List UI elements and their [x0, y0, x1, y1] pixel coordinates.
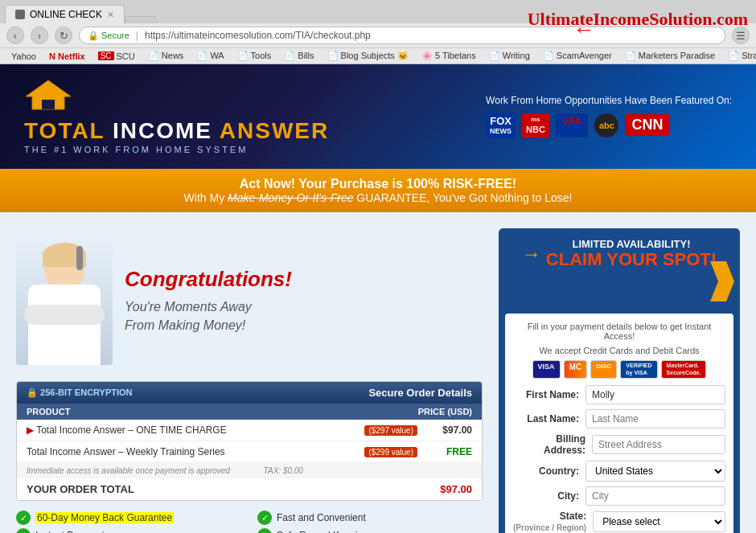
- product-name-2: Total Income Answer – Weekly Training Se…: [27, 446, 358, 457]
- url-text: https://ultimateincomesolution.com/TIA/c…: [145, 30, 717, 41]
- guarantee-bar: Act Now! Your Purchase is 100% RISK-FREE…: [0, 169, 756, 212]
- mcsc-icon: MasterCard.SecureCode.: [661, 360, 707, 379]
- order-row-2: Total Income Answer – Weekly Training Se…: [17, 441, 482, 463]
- accept-text: We accept Credit Cards and Debit Cards: [513, 346, 725, 355]
- bookmark-scu[interactable]: SC SCU: [93, 51, 140, 62]
- state-label: State: (Province / Region): [513, 510, 593, 533]
- mastercard-icon: MC: [564, 360, 588, 379]
- price-2: FREE: [424, 446, 472, 457]
- media-logos: FOXNEWS msNBC USATODAY abc CNN: [486, 113, 732, 138]
- svg-marker-2: [710, 261, 734, 301]
- order-row-1: ▶ Total Income Answer – ONE TIME CHARGE …: [17, 420, 482, 441]
- order-total-row: YOUR ORDER TOTAL $97.00: [17, 478, 482, 500]
- main-content: Congratulations! You're Moments Away Fro…: [0, 212, 756, 533]
- city-row: City:: [513, 486, 725, 506]
- bookmark-scam[interactable]: 📄 ScamAvenger: [538, 50, 617, 62]
- feature-item-1: ✓ Fast and Convenient: [257, 510, 483, 525]
- billing-row: Billing Address:: [513, 433, 725, 456]
- features-grid: ✓ 60-Day Money Back Guarantee ✓ Fast and…: [16, 510, 483, 533]
- state-row: State: (Province / Region) Please select: [513, 510, 725, 533]
- bookmark-wa[interactable]: 📄 WA: [191, 50, 228, 62]
- feature-label-3: Safe Record Keeping: [277, 530, 368, 533]
- col-price: PRICE (USD): [418, 407, 472, 416]
- site-watermark: UltimateIncomeSolution.com: [528, 9, 748, 30]
- bookmark-bills[interactable]: 📄 Bills: [279, 50, 318, 62]
- bookmark-marketers[interactable]: 📄 Marketers Paradise: [620, 50, 720, 62]
- fox-news-logo: FOXNEWS: [486, 113, 516, 138]
- back-button[interactable]: ‹: [6, 27, 24, 44]
- feature-item-0: ✓ 60-Day Money Back Guarantee: [16, 510, 241, 525]
- order-table: 🔒 256-BIT ENCRYPTION Secure Order Detail…: [16, 381, 483, 501]
- congrats-text: Congratulations! You're Moments Away Fro…: [113, 267, 483, 334]
- approval-note: Immediate access is available once payme…: [17, 463, 482, 478]
- header-banner: TOTAL INCOME ANSWER THE #1 WORK FROM HOM…: [0, 64, 756, 169]
- right-section: → LIMITED AVAILABILITY! CLAIM YOUR SPOT!…: [499, 228, 740, 533]
- forward-button[interactable]: ›: [31, 27, 48, 44]
- feature-item-2: ✓ Instant Processing: [16, 528, 241, 533]
- feature-label-1: Fast and Convenient: [277, 512, 366, 523]
- tab-title: ONLINE CHECK: [30, 9, 102, 20]
- col-product: PRODUCT: [27, 407, 70, 416]
- limited-banner: → LIMITED AVAILABILITY! CLAIM YOUR SPOT!: [499, 228, 740, 314]
- visa-icon: VISA: [532, 360, 561, 379]
- refresh-button[interactable]: ↻: [55, 27, 72, 44]
- guarantee-prefix: With My: [184, 191, 228, 204]
- new-tab[interactable]: [125, 16, 157, 23]
- featured-area: Work From Home Opportunities Have Been F…: [486, 95, 732, 138]
- bookmark-netflix[interactable]: N Netflix: [44, 51, 90, 62]
- congrats-area: Congratulations! You're Moments Away Fro…: [16, 228, 483, 381]
- feature-label-2: Instant Processing: [35, 530, 115, 533]
- congrats-headline: Congratulations!: [125, 267, 483, 292]
- svg-rect-1: [42, 100, 55, 109]
- bookmarks-bar: Yahoo N Netflix SC SCU 📄 60-Day Money Ba…: [0, 47, 756, 64]
- state-sublabel: (Province / Region): [513, 523, 586, 532]
- bookmark-yahoo[interactable]: Yahoo: [6, 51, 41, 62]
- congrats-sub: You're Moments Away From Making Money!: [125, 298, 483, 334]
- product-name-1: ▶ Total Income Answer – ONE TIME CHARGE: [27, 424, 358, 436]
- city-input[interactable]: [585, 486, 725, 506]
- guarantee-line1: Act Now! Your Purchase is 100% RISK-FREE…: [16, 177, 740, 191]
- city-label: City:: [513, 490, 585, 502]
- value-badge-2: ($299 value): [364, 447, 417, 457]
- tab-close-icon[interactable]: ✕: [107, 10, 114, 20]
- secure-badge: 🔒 Secure: [88, 31, 129, 41]
- bookmark-strategy[interactable]: 📄 Strategy: [723, 50, 756, 62]
- left-section: Congratulations! You're Moments Away Fro…: [16, 228, 483, 533]
- tab-favicon: [15, 10, 25, 19]
- billing-input[interactable]: [592, 435, 725, 454]
- active-tab[interactable]: ONLINE CHECK ✕: [5, 5, 125, 23]
- usa-today-logo: USATODAY: [556, 113, 589, 137]
- last-name-input[interactable]: [585, 409, 725, 428]
- logo-main-text: TOTAL INCOME ANSWER: [24, 120, 329, 142]
- feature-item-3: ✓ Safe Record Keeping: [257, 528, 483, 533]
- check-icon-2: ✓: [16, 528, 31, 533]
- bookmark-5tibetans[interactable]: 🌸 5 Tibetans: [417, 50, 481, 62]
- value-badge-1: ($297 value): [364, 425, 417, 436]
- payment-icons: VISA MC DISC VERIFIEDby VISA MasterCard.…: [513, 360, 725, 379]
- state-select[interactable]: Please select: [593, 511, 725, 532]
- first-name-input[interactable]: [585, 385, 725, 404]
- price-1: $97.00: [424, 424, 472, 436]
- discover-icon: DISC: [590, 360, 617, 379]
- abc-logo: abc: [594, 113, 618, 137]
- guarantee-suffix: GUARANTEE, You've Got Nothing to Lose!: [353, 191, 572, 204]
- check-icon-0: ✓: [16, 510, 31, 525]
- bookmark-news[interactable]: 📄 60-Day Money Back GuaranteeNews: [143, 50, 189, 62]
- verified-icon: VERIFIEDby VISA: [620, 360, 657, 379]
- guarantee-line2: With My Make-Money-Or-It's-Free GUARANTE…: [16, 191, 740, 204]
- logo-sub-text: THE #1 WORK FROM HOME SYSTEM: [24, 145, 248, 154]
- billing-label: Billing Address:: [513, 433, 592, 456]
- arrow-icon: →: [522, 243, 541, 265]
- bookmark-writing[interactable]: 📄 Writing: [484, 50, 535, 62]
- fill-text: Fill in your payment details below to ge…: [513, 322, 725, 341]
- form-area: Fill in your payment details below to ge…: [505, 314, 733, 533]
- col-headers: PRODUCT PRICE (USD): [17, 404, 482, 420]
- claim-label: CLAIM YOUR SPOT!: [546, 250, 717, 269]
- country-select[interactable]: United States: [585, 461, 725, 482]
- check-icon-1: ✓: [257, 510, 272, 525]
- bookmark-blog[interactable]: 📄 Blog Subjects 🐱: [323, 50, 413, 62]
- bookmark-tools[interactable]: 📄 Tools: [232, 50, 277, 62]
- first-name-row: First Name:: [513, 385, 725, 404]
- limited-line1: LIMITED AVAILABILITY!: [546, 238, 717, 250]
- order-total-label: YOUR ORDER TOTAL: [27, 483, 134, 495]
